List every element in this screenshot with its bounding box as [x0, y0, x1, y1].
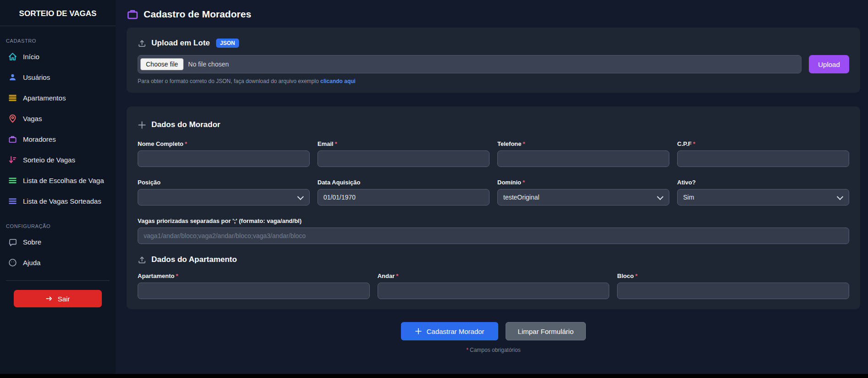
field-cpf: C.P.F* [677, 140, 849, 167]
sidebar: SORTEIO DE VAGAS CADASTRO Início Usuário… [0, 0, 116, 378]
sidebar-item-label: Sorteio de Vagas [23, 156, 75, 164]
main-content: Cadastro de Moradores Upload em Lote JSO… [116, 0, 868, 378]
field-label: Ativo? [677, 179, 849, 186]
helper-prefix: Para obter o formato correto do JSON, fa… [138, 78, 319, 84]
submit-label: Cadastrar Morador [427, 328, 484, 335]
briefcase-icon [127, 8, 139, 20]
logout-arrow-icon [46, 295, 53, 302]
morador-section-title: Dados do Morador [151, 120, 220, 129]
file-input[interactable]: Choose file No file chosen [138, 55, 801, 73]
sidebar-item-apartamentos[interactable]: Apartamentos [0, 88, 116, 108]
form-card: Dados do Morador Nome Completo* Email* T… [127, 106, 860, 309]
required-footnote: *Campos obrigatórios [127, 347, 860, 353]
dominio-select[interactable]: testeOriginal [497, 189, 669, 206]
sidebar-item-label: Vagas [23, 115, 42, 122]
list-icon [8, 176, 17, 185]
required-marker: * [396, 272, 398, 279]
field-label: Data Aquisição [317, 179, 490, 186]
sidebar-item-label: Início [23, 53, 39, 61]
json-badge: JSON [216, 39, 239, 48]
field-apartamento: Apartamento* [138, 272, 370, 299]
sidebar-item-usuarios[interactable]: Usuários [0, 67, 116, 88]
apartamento-section-heading: Dados do Apartamento [138, 255, 849, 264]
required-marker: * [335, 140, 337, 147]
field-label: C.P.F* [677, 140, 849, 147]
plus-icon [138, 121, 146, 129]
page-header: Cadastro de Moradores [127, 0, 860, 27]
briefcase-icon [8, 135, 17, 144]
logout-label: Sair [58, 295, 70, 303]
file-status-text: No file chosen [188, 61, 229, 68]
sidebar-item-lista-escolhas[interactable]: Lista de Escolhas de Vaga [0, 170, 116, 191]
limpar-formulario-button[interactable]: Limpar Formulário [506, 322, 586, 340]
field-dominio: Domínio* testeOriginal [497, 179, 669, 206]
field-label: Domínio* [497, 179, 669, 186]
upload-row: Choose file No file chosen Upload [138, 55, 849, 73]
field-label: Bloco* [617, 272, 849, 279]
cpf-input[interactable] [677, 150, 849, 167]
field-posicao: Posição [138, 179, 310, 206]
field-label: Nome Completo* [138, 140, 310, 147]
required-marker: * [693, 140, 696, 147]
cadastrar-morador-button[interactable]: Cadastrar Morador [401, 322, 498, 340]
map-pin-icon [8, 114, 17, 123]
field-vagas-priorizadas: Vagas priorizadas separadas por ';' (for… [138, 217, 849, 244]
required-marker: * [466, 347, 468, 353]
sidebar-item-label: Sobre [23, 238, 41, 246]
logout-button[interactable]: Sair [14, 290, 102, 307]
posicao-select[interactable] [138, 189, 310, 206]
data-aquisicao-input[interactable] [317, 189, 490, 206]
required-marker: * [523, 140, 525, 147]
morador-section-heading: Dados do Morador [138, 120, 849, 129]
upload-button[interactable]: Upload [809, 55, 849, 73]
field-label: Email* [317, 140, 490, 147]
required-marker: * [523, 179, 525, 186]
download-example-link[interactable]: clicando aqui [320, 78, 356, 84]
andar-input[interactable] [378, 283, 610, 299]
field-label: Vagas priorizadas separadas por ';' (for… [138, 217, 849, 224]
page-title: Cadastro de Moradores [144, 9, 251, 20]
sort-icon [8, 156, 17, 164]
sidebar-item-moradores[interactable]: Moradores [0, 129, 116, 150]
form-row-2: Posição Data Aquisição Domínio* testeOri… [138, 179, 849, 206]
list-icon [8, 94, 17, 102]
upload-card: Upload em Lote JSON Choose file No file … [127, 28, 860, 93]
bloco-input[interactable] [617, 283, 849, 299]
dominio-select-wrap: testeOriginal [497, 189, 669, 206]
sidebar-item-ajuda[interactable]: Ajuda [0, 252, 116, 273]
upload-helper-text: Para obter o formato correto do JSON, fa… [138, 78, 849, 84]
field-nome: Nome Completo* [138, 140, 310, 167]
sidebar-item-label: Lista de Escolhas de Vaga [23, 177, 104, 184]
apartamento-input[interactable] [138, 283, 370, 299]
field-ativo: Ativo? Sim [677, 179, 849, 206]
telefone-input[interactable] [497, 150, 669, 167]
field-label: Andar* [378, 272, 610, 279]
form-actions: Cadastrar Morador Limpar Formulário [127, 322, 860, 340]
chat-icon [8, 238, 17, 246]
nome-completo-input[interactable] [138, 150, 310, 167]
field-andar: Andar* [378, 272, 610, 299]
field-telefone: Telefone* [497, 140, 669, 167]
ativo-select-wrap: Sim [677, 189, 849, 206]
sidebar-item-sorteio[interactable]: Sorteio de Vagas [0, 150, 116, 170]
email-input[interactable] [317, 150, 490, 167]
home-icon [8, 52, 17, 61]
sidebar-item-inicio[interactable]: Início [0, 46, 116, 67]
form-row-1: Nome Completo* Email* Telefone* C.P.F* [138, 140, 849, 167]
divider [6, 280, 110, 281]
bottom-strip [0, 374, 868, 378]
sidebar-item-vagas[interactable]: Vagas [0, 108, 116, 129]
upload-card-title: Upload em Lote [151, 39, 210, 48]
choose-file-button[interactable]: Choose file [140, 58, 184, 70]
ativo-select[interactable]: Sim [677, 189, 849, 206]
field-bloco: Bloco* [617, 272, 849, 299]
posicao-select-wrap [138, 189, 310, 206]
section-label-configuracao: CONFIGURAÇÃO [6, 223, 116, 229]
upload-card-heading: Upload em Lote JSON [138, 39, 849, 48]
sidebar-item-label: Lista de Vagas Sorteadas [23, 197, 101, 205]
app-title: SORTEIO DE VAGAS [0, 5, 116, 26]
sidebar-item-lista-sorteadas[interactable]: Lista de Vagas Sorteadas [0, 191, 116, 211]
vagas-priorizadas-input[interactable] [138, 228, 849, 244]
sidebar-item-label: Apartamentos [23, 94, 66, 102]
sidebar-item-sobre[interactable]: Sobre [0, 232, 116, 252]
